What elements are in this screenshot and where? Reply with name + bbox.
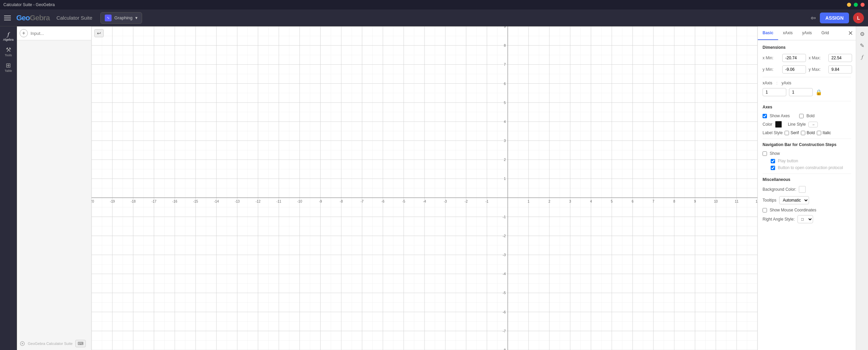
geogebra-footer-icon	[20, 341, 25, 346]
assign-button[interactable]: ASSIGN	[820, 13, 849, 23]
protocol-row: Button to open construction protocol	[771, 165, 851, 170]
svg-text:2: 2	[548, 200, 550, 203]
table-icon: ⊞	[6, 62, 11, 68]
settings-tabs-header: Basic xAxis yAxis Grid ✕	[758, 26, 856, 40]
svg-text:8: 8	[673, 200, 675, 203]
close-button[interactable]	[861, 3, 865, 7]
italic-checkbox[interactable]	[817, 131, 821, 135]
icon-sidebar: 𝑓 Algebra ⚒ Tools ⊞ Table	[0, 26, 17, 350]
svg-text:-14: -14	[214, 200, 219, 203]
x-min-input[interactable]	[782, 54, 806, 62]
lock-icon[interactable]: 🔒	[815, 89, 822, 96]
svg-text:-1: -1	[503, 215, 506, 219]
window-controls	[847, 3, 865, 7]
x-max-input[interactable]	[828, 54, 852, 62]
algebra-panel: + GeoGebra Calculator Suite ⌨	[17, 26, 92, 350]
y-max-input[interactable]	[828, 65, 852, 74]
sidebar-item-algebra[interactable]: 𝑓 Algebra	[1, 29, 16, 43]
svg-text:-20: -20	[92, 200, 94, 203]
sidebar-item-table[interactable]: ⊞ Table	[1, 60, 16, 75]
tab-grid[interactable]: Grid	[816, 26, 834, 40]
serif-checkbox[interactable]	[785, 131, 789, 135]
line-style-label: Line Style	[788, 122, 806, 127]
svg-text:12: 12	[755, 200, 757, 203]
color-swatch[interactable]	[775, 121, 782, 128]
serif-item: Serif	[785, 130, 799, 135]
right-icon-bar: ⚙ ✎ 𝑓	[856, 26, 868, 350]
tooltips-select[interactable]: Automatic On Off	[779, 196, 809, 204]
graph-area[interactable]: -20-19-18-17-16-15-14-13-12-11-10-9-8-7-…	[92, 26, 757, 350]
style-icon-button[interactable]: ✎	[857, 41, 867, 50]
menu-button[interactable]	[4, 16, 11, 20]
sidebar-item-tools[interactable]: ⚒ Tools	[1, 45, 16, 59]
bg-color-swatch[interactable]	[799, 186, 806, 193]
yaxis-scale-input[interactable]	[789, 88, 813, 96]
graphing-dropdown-button[interactable]: ∿ Graphing ▾	[100, 12, 142, 24]
svg-text:-6: -6	[503, 310, 506, 314]
tools-label: Tools	[5, 54, 12, 57]
tab-xaxis[interactable]: xAxis	[778, 26, 797, 40]
x-max-label: x Max:	[809, 56, 826, 60]
svg-text:-5: -5	[402, 200, 405, 203]
add-expression-button[interactable]: +	[20, 29, 28, 37]
mouse-coords-checkbox[interactable]	[763, 208, 767, 212]
settings-icon-button[interactable]: ⚙	[857, 29, 867, 39]
play-btn-checkbox[interactable]	[771, 159, 775, 163]
divider-4	[763, 173, 851, 174]
bold-axes-checkbox[interactable]	[799, 114, 804, 118]
svg-text:-17: -17	[152, 200, 157, 203]
svg-text:-2: -2	[503, 234, 506, 238]
x-min-row: x Min: x Max:	[763, 54, 851, 62]
xaxis-scale-input[interactable]	[763, 88, 786, 96]
svg-text:-8: -8	[503, 348, 506, 350]
svg-text:-2: -2	[465, 200, 468, 203]
line-style-button[interactable]: →	[808, 122, 818, 127]
svg-text:11: 11	[735, 200, 739, 203]
italic-item: Italic	[817, 130, 831, 135]
settings-panel: Basic xAxis yAxis Grid ✕ Dimensions x Mi…	[757, 26, 856, 350]
nav-bar-section: Navigation Bar for Construction Steps Sh…	[763, 142, 851, 170]
misc-section: Miscellaneous Background Color: Tooltips…	[763, 177, 851, 223]
tab-basic[interactable]: Basic	[758, 26, 778, 40]
table-label: Table	[5, 69, 12, 73]
serif-label: Serif	[790, 130, 799, 135]
right-angle-select[interactable]: □ ∟	[797, 215, 813, 223]
nav-show-label: Show	[770, 151, 780, 156]
undo-button[interactable]: ↩	[94, 29, 104, 37]
svg-text:-19: -19	[110, 200, 115, 203]
close-settings-button[interactable]: ✕	[848, 29, 853, 37]
svg-text:-11: -11	[276, 200, 281, 203]
logo-geo: Geo	[16, 14, 30, 22]
minimize-button[interactable]	[847, 3, 851, 7]
svg-text:5: 5	[611, 200, 613, 203]
right-angle-row: Right Angle Style: □ ∟	[763, 215, 851, 223]
svg-text:-16: -16	[172, 200, 177, 203]
svg-text:-6: -6	[381, 200, 384, 203]
bold-ls-checkbox[interactable]	[801, 131, 805, 135]
svg-text:7: 7	[652, 200, 654, 203]
svg-text:-18: -18	[131, 200, 136, 203]
label-style-row: Label Style Serif Bold Italic	[763, 130, 851, 135]
nav-show-checkbox[interactable]	[763, 151, 767, 156]
svg-text:-12: -12	[256, 200, 261, 203]
svg-text:-1: -1	[486, 200, 489, 203]
algebra-footer: GeoGebra Calculator Suite ⌨	[17, 337, 91, 350]
y-min-input[interactable]	[782, 65, 806, 74]
function-icon-button[interactable]: 𝑓	[857, 52, 867, 62]
keyboard-button[interactable]: ⌨	[75, 340, 86, 347]
protocol-checkbox[interactable]	[771, 166, 775, 170]
titlebar: Calculator Suite - GeoGebra	[0, 0, 868, 9]
footer-text: GeoGebra Calculator Suite	[28, 342, 73, 346]
expression-input[interactable]	[31, 31, 88, 36]
bg-color-label: Background Color:	[763, 187, 796, 192]
y-max-label: y Max:	[809, 67, 826, 72]
axis-separator: :	[776, 81, 777, 85]
show-axes-checkbox[interactable]	[763, 114, 767, 118]
tools-icon: ⚒	[6, 47, 11, 53]
share-button[interactable]: ⇦	[811, 14, 816, 22]
tab-yaxis[interactable]: yAxis	[797, 26, 817, 40]
maximize-button[interactable]	[854, 3, 858, 7]
svg-text:10: 10	[714, 200, 718, 203]
graphing-label: Graphing	[114, 15, 132, 20]
xaxis-scale-label: xAxis	[763, 81, 772, 85]
